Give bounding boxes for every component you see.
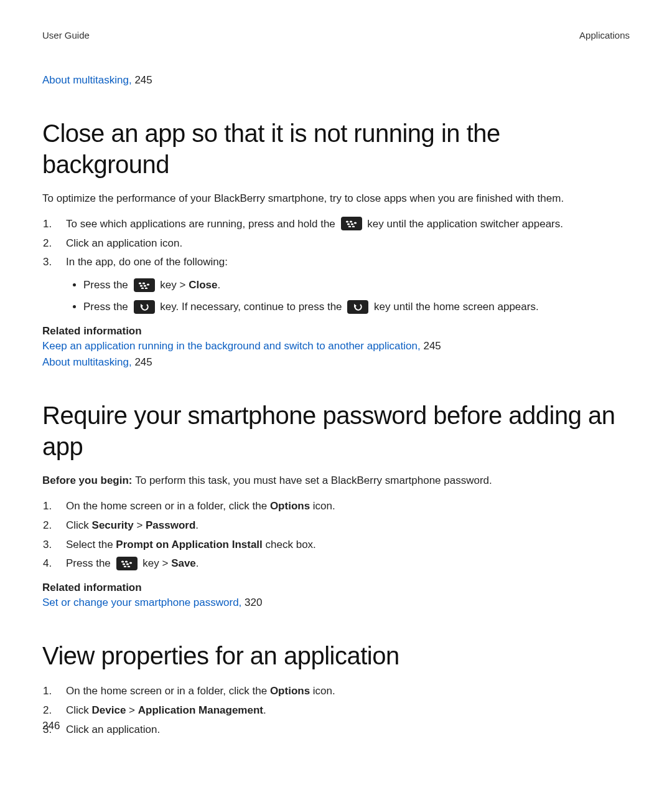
before-you-begin: Before you begin: To perform this task, … <box>42 473 630 489</box>
bold-app-mgmt: Application Management <box>138 704 263 716</box>
svg-point-2 <box>347 224 349 225</box>
svg-point-12 <box>141 287 143 289</box>
step-text: Click <box>66 519 92 531</box>
bold-options: Options <box>270 685 310 697</box>
bold-close: Close <box>189 279 217 291</box>
step-text: > <box>134 519 146 531</box>
substep-item: Press the key. If necessary, continue to… <box>83 298 630 316</box>
step-item: In the app, do one of the following: Pre… <box>55 253 630 316</box>
bold-security: Security <box>92 519 134 531</box>
step-text: Press the <box>83 279 131 291</box>
step-text: Click <box>66 704 92 716</box>
step-text: key > <box>160 279 189 291</box>
heading-require-password: Require your smartphone password before … <box>42 400 630 462</box>
step-text: On the home screen or in a folder, click… <box>66 500 270 512</box>
svg-point-1 <box>349 221 352 223</box>
bold-save: Save <box>171 557 196 569</box>
svg-point-18 <box>129 562 131 564</box>
svg-point-7 <box>138 282 141 284</box>
steps-view-properties: On the home screen or in a folder, click… <box>42 682 630 739</box>
step-text: icon. <box>310 500 335 512</box>
crossref-page: 245 <box>134 74 152 86</box>
step-text: . <box>263 704 266 716</box>
step-text: Press the <box>66 557 114 569</box>
step-text: key > <box>142 557 171 569</box>
header-right: Applications <box>579 30 630 40</box>
step-item: Press the key > Save. <box>55 555 630 573</box>
svg-point-11 <box>146 283 149 285</box>
crossref: Keep an application running in the backg… <box>42 340 630 352</box>
svg-point-3 <box>350 224 353 225</box>
link-set-password[interactable]: Set or change your smartphone password, <box>42 597 241 608</box>
crossref: Set or change your smartphone password, … <box>42 597 630 609</box>
step-text: . <box>217 279 220 291</box>
link-about-multitasking[interactable]: About multitasking, <box>42 356 132 368</box>
header-left: User Guide <box>42 30 90 40</box>
svg-point-16 <box>122 563 124 565</box>
back-key-icon <box>347 300 368 314</box>
related-info-heading: Related information <box>42 325 630 337</box>
crossref-page: 245 <box>134 356 152 368</box>
step-item: Click Security > Password. <box>55 517 630 535</box>
step-text: > <box>126 704 138 716</box>
step-text: Press the <box>83 301 131 313</box>
step-item: Select the Prompt on Application Install… <box>55 536 630 554</box>
substep-item: Press the <box>83 276 630 295</box>
crossref-page: 320 <box>245 597 262 608</box>
bold-password: Password <box>146 519 195 531</box>
blackberry-key-icon <box>134 278 155 292</box>
svg-point-8 <box>142 282 144 284</box>
intro-paragraph: To optimize the performance of your Blac… <box>42 191 630 207</box>
steps-close-app: To see which applications are running, p… <box>42 215 630 316</box>
svg-point-10 <box>143 285 146 286</box>
back-key-icon <box>134 300 155 314</box>
crossref: About multitasking, 245 <box>42 356 630 369</box>
svg-point-9 <box>139 285 142 286</box>
step-text: key until the home screen appears. <box>374 301 539 313</box>
svg-point-13 <box>144 287 147 289</box>
bold-options: Options <box>270 500 310 512</box>
link-about-multitasking[interactable]: About multitasking, <box>42 74 132 86</box>
substeps: Press the <box>66 276 630 316</box>
step-text: icon. <box>310 685 335 697</box>
before-text: To perform this task, you must have set … <box>135 474 492 486</box>
steps-require-password: On the home screen or in a folder, click… <box>42 498 630 573</box>
svg-point-19 <box>123 565 126 567</box>
step-item: Click an application. <box>55 721 630 739</box>
step-text: check box. <box>263 539 316 550</box>
svg-point-5 <box>348 226 350 228</box>
svg-point-20 <box>127 565 129 567</box>
step-item: On the home screen or in a folder, click… <box>55 498 630 516</box>
step-text: key until the application switcher appea… <box>367 218 563 230</box>
step-text: . <box>196 557 199 569</box>
svg-point-0 <box>345 221 348 223</box>
step-item: Click Device > Application Management. <box>55 702 630 720</box>
document-page: User Guide Applications About multitaski… <box>0 0 672 739</box>
step-text: Select the <box>66 539 116 550</box>
step-text: In the app, do one of the following: <box>66 256 228 268</box>
blackberry-key-icon <box>341 217 362 230</box>
blackberry-key-icon <box>116 557 138 570</box>
bold-device: Device <box>92 704 126 716</box>
related-info-heading: Related information <box>42 582 630 594</box>
step-text: To see which applications are running, p… <box>66 218 338 230</box>
svg-point-6 <box>352 226 354 228</box>
bold-prompt: Prompt on Application Install <box>116 539 263 550</box>
before-label: Before you begin: <box>42 474 135 486</box>
heading-close-app: Close an app so that it is not running i… <box>42 118 630 180</box>
svg-point-4 <box>353 222 356 224</box>
running-header: User Guide Applications <box>42 30 630 40</box>
step-item: Click an application icon. <box>55 235 630 253</box>
page-number: 246 <box>42 720 60 732</box>
step-text: . <box>195 519 198 531</box>
crossref-page: 245 <box>423 340 441 352</box>
step-text: On the home screen or in a folder, click… <box>66 685 270 697</box>
step-text: key. If necessary, continue to press the <box>160 301 345 313</box>
step-item: On the home screen or in a folder, click… <box>55 682 630 701</box>
svg-point-17 <box>126 563 128 565</box>
heading-view-properties: View properties for an application <box>42 640 630 671</box>
svg-point-14 <box>121 560 123 562</box>
link-keep-running[interactable]: Keep an application running in the backg… <box>42 340 421 352</box>
step-item: To see which applications are running, p… <box>55 215 630 234</box>
svg-point-15 <box>124 560 127 562</box>
